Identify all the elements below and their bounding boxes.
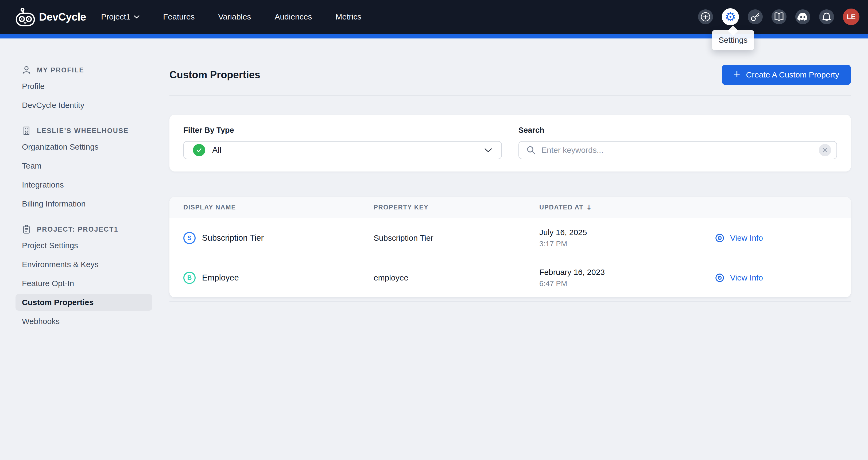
sidebar-item-custom-properties[interactable]: Custom Properties [16,294,152,311]
person-icon [22,65,31,74]
section-organization: LESLIE'S WHEELHOUSE [16,125,152,136]
key-icon [750,11,761,22]
table-header-row: DISPLAY NAME PROPERTY KEY UPDATED AT ↓ [169,197,851,218]
updated-date: February 16, 2023 [539,268,714,277]
custom-properties-table: DISPLAY NAME PROPERTY KEY UPDATED AT ↓ S… [169,197,851,297]
devcycle-logo[interactable]: DevCycle [0,7,86,27]
type-filter-select[interactable]: All [183,141,502,159]
sidebar-item-environments-keys[interactable]: Environments & Keys [16,256,152,273]
page-header: Custom Properties + Create A Custom Prop… [169,64,851,86]
sidebar-item-devcycle-identity[interactable]: DevCycle Identity [16,97,152,113]
property-key: employee [374,273,539,282]
property-key: Subscription Tier [374,233,539,242]
settings-tooltip: Settings [712,30,754,50]
type-filter-value: All [212,145,221,155]
table-row: S Subscription Tier Subscription Tier Ju… [169,218,851,258]
avatar[interactable]: LE [843,8,860,25]
view-info-link[interactable]: View Info [714,232,837,243]
logo-wordmark: DevCycle [39,11,86,23]
sidebar-item-team[interactable]: Team [16,158,152,174]
tooltip-label: Settings [719,36,747,44]
title-divider [169,95,851,96]
nav-link-audiences[interactable]: Audiences [275,12,312,21]
column-display-name: DISPLAY NAME [183,203,374,211]
search-box [519,141,837,159]
project-dropdown[interactable]: Project1 [101,12,140,21]
column-property-key: PROPERTY KEY [374,203,539,211]
section-project: PROJECT: PROJECT1 [16,223,152,235]
search-label: Search [519,126,837,135]
filter-by-type-group: Filter By Type All [183,126,502,171]
gear-icon: ⚙ [725,11,736,23]
devcycle-robot-icon [15,7,35,27]
building-icon [22,126,31,135]
nav-link-variables[interactable]: Variables [218,12,251,21]
updated-at-cell: February 16, 2023 6:47 PM [539,268,714,288]
sidebar-item-project-settings[interactable]: Project Settings [16,237,152,254]
plus-icon: + [734,69,740,80]
api-keys-button[interactable] [748,9,763,24]
close-icon [822,147,828,153]
table-footer-divider [169,301,851,302]
top-nav-bar: DevCycle Project1 Features Variables Aud… [0,0,868,34]
display-name: Employee [202,273,239,283]
create-custom-property-button[interactable]: + Create A Custom Property [722,65,851,85]
add-circle-button[interactable] [698,9,713,24]
updated-date: July 16, 2025 [539,228,714,237]
chevron-down-icon [134,15,140,19]
updated-time: 6:47 PM [539,280,714,288]
sidebar-item-feature-opt-in[interactable]: Feature Opt-In [16,275,152,292]
eye-icon [714,272,725,284]
plus-circle-icon [700,11,711,22]
settings-sidebar: MY PROFILE Profile DevCycle Identity LES… [16,64,152,332]
updated-at-cell: July 16, 2025 3:17 PM [539,228,714,248]
clear-search-button[interactable] [819,144,831,156]
view-info-link[interactable]: View Info [714,272,837,284]
sort-descending-icon: ↓ [586,203,592,211]
check-circle-icon [193,144,205,156]
sidebar-item-billing-information[interactable]: Billing Information [16,196,152,212]
sidebar-item-organization-settings[interactable]: Organization Settings [16,139,152,155]
sidebar-item-profile[interactable]: Profile [16,78,152,95]
eye-icon [714,232,725,243]
clipboard-icon [22,225,31,234]
updated-time: 3:17 PM [539,240,714,248]
page-title: Custom Properties [169,69,260,81]
nav-link-metrics[interactable]: Metrics [336,12,362,21]
filter-card: Filter By Type All Search [169,114,851,171]
search-input[interactable] [541,145,819,155]
avatar-initials: LE [847,13,856,21]
sidebar-item-webhooks[interactable]: Webhooks [16,313,152,330]
search-icon [526,145,536,155]
column-updated-at[interactable]: UPDATED AT ↓ [539,203,714,211]
notifications-button[interactable] [819,9,834,24]
docs-button[interactable] [772,9,786,24]
book-icon [774,11,784,22]
nav-menu: Project1 Features Variables Audiences Me… [101,12,361,21]
section-my-profile: MY PROFILE [16,64,152,76]
bell-icon [821,11,832,22]
chevron-down-icon [484,148,492,153]
nav-link-features[interactable]: Features [163,12,194,21]
table-row: B Employee employee February 16, 2023 6:… [169,258,851,297]
search-group: Search [519,126,837,171]
discord-button[interactable] [795,9,810,24]
settings-button[interactable]: ⚙ [722,8,739,25]
discord-icon [797,11,808,23]
main-content: Custom Properties + Create A Custom Prop… [169,64,851,302]
type-badge-boolean: B [183,272,196,284]
nav-right-icons: ⚙ LE [698,8,868,25]
display-name: Subscription Tier [202,233,264,243]
sidebar-item-integrations[interactable]: Integrations [16,176,152,193]
type-badge-string: S [183,232,196,244]
filter-by-type-label: Filter By Type [183,126,502,135]
